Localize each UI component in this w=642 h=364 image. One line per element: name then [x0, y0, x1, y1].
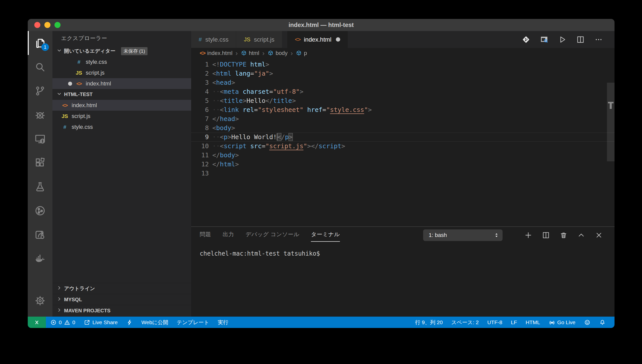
status-live-share[interactable]: Live Share	[79, 317, 122, 328]
maximize-panel-button[interactable]	[577, 231, 585, 239]
unsaved-badge: 未保存 (1)	[121, 47, 148, 55]
status-encoding[interactable]: UTF-8	[483, 317, 507, 328]
terminal-select[interactable]: 1: bash	[423, 229, 503, 241]
tab-index.html[interactable]: <>index.html	[287, 31, 348, 48]
open-preview-button[interactable]	[540, 35, 548, 44]
code-line-10[interactable]: 10··<script src="script.js"></script>	[191, 142, 615, 151]
git-compare-button[interactable]	[522, 35, 530, 44]
section-MAVEN PROJECTS[interactable]: MAVEN PROJECTS	[52, 305, 191, 316]
remote-icon	[34, 319, 40, 326]
modified-dot	[68, 82, 72, 86]
activity-item-explorer[interactable]: 1	[28, 31, 52, 55]
status-publish-web[interactable]: Webに公開	[137, 317, 172, 328]
status-notifications[interactable]	[595, 317, 610, 328]
editor-actions	[522, 31, 615, 48]
line-number: 4	[191, 87, 209, 96]
code-line-13[interactable]: 13	[191, 169, 615, 178]
status-feedback[interactable]	[580, 317, 595, 328]
code-line-8[interactable]: 8<body>	[191, 124, 615, 133]
activity-item-source-control[interactable]	[28, 79, 52, 103]
chevron-down-icon	[56, 48, 62, 54]
panel-tab-出力[interactable]: 出力	[223, 231, 234, 240]
status-template[interactable]: テンプレート	[172, 317, 213, 328]
activity-item-deploy[interactable]	[28, 223, 52, 247]
breadcrumb-item-p[interactable]: p	[296, 50, 307, 56]
status-eol[interactable]: LF	[507, 317, 521, 328]
code-line-11[interactable]: 11</body>	[191, 151, 615, 160]
panel-tab-ターミナル[interactable]: ターミナル	[311, 231, 340, 240]
line-number: 10	[191, 142, 209, 151]
split-editor-button[interactable]	[576, 35, 585, 44]
code-line-4[interactable]: 4··<meta charset="utf-8">	[191, 87, 615, 96]
split-terminal-button[interactable]	[542, 231, 550, 239]
breadcrumb[interactable]: <>index.html›html›body›p	[191, 48, 615, 58]
modified-dot	[336, 37, 340, 42]
code-line-7[interactable]: 7</head>	[191, 114, 615, 124]
code-line-3[interactable]: 3<head>	[191, 78, 615, 87]
status-problems[interactable]: 00	[46, 317, 79, 328]
activity-item-test[interactable]	[28, 175, 52, 199]
desktop: index.html — html-test 1 エクスプローラー 開いているエ…	[0, 0, 642, 364]
section-MYSQL[interactable]: MYSQL	[52, 294, 191, 305]
code-line-5[interactable]: 5··<title>Hello</title>	[191, 96, 615, 105]
run-button[interactable]	[558, 35, 567, 44]
panel-tab-デバッグ コンソール[interactable]: デバッグ コンソール	[246, 231, 299, 240]
file-row-script.js[interactable]: JSscript.js	[52, 111, 191, 122]
panel-actions	[524, 231, 603, 239]
activity-item-extensions[interactable]	[28, 151, 52, 175]
css-file-icon: #	[61, 124, 69, 130]
file-row-style.css[interactable]: #style.css	[52, 122, 191, 132]
tab-label: style.css	[205, 36, 228, 43]
status-language-mode[interactable]: HTML	[521, 317, 544, 328]
panel-tab-問題[interactable]: 問題	[200, 231, 211, 240]
open-editors-header[interactable]: 開いているエディター 未保存 (1)	[52, 46, 191, 56]
activity-item-debug[interactable]	[28, 103, 52, 127]
chevron-down-icon	[56, 91, 62, 98]
gear-icon	[34, 295, 46, 307]
code-line-1[interactable]: 1<!DOCTYPE html>	[191, 60, 615, 69]
file-row-script.js[interactable]: JSscript.js	[52, 67, 191, 78]
code-line-9[interactable]: 9··<p>Hello World!</p>	[191, 133, 615, 142]
breadcrumb-item-body[interactable]: body	[268, 50, 288, 56]
tab-script.js[interactable]: JSscript.js	[236, 31, 282, 48]
file-row-index.html[interactable]: <>index.html	[52, 100, 191, 111]
close-panel-button[interactable]	[595, 231, 603, 239]
activity-item-docker[interactable]	[28, 247, 52, 270]
css-file-icon: #	[199, 36, 202, 43]
activity-item-manage[interactable]	[28, 289, 52, 313]
broadcast-icon	[549, 319, 555, 326]
kill-terminal-button[interactable]	[560, 231, 568, 239]
status-go-live[interactable]: Go Live	[544, 317, 580, 328]
title-bar[interactable]: index.html — html-test	[28, 19, 615, 31]
breadcrumb-item-index.html[interactable]: <>index.html	[200, 50, 232, 56]
html-file-icon: <>	[295, 36, 300, 43]
code-line-2[interactable]: 2<html lang="ja">	[191, 69, 615, 78]
terminal[interactable]: chelchel-mac:html-test tatsuhiko$	[191, 244, 615, 257]
line-content: </head>	[212, 114, 239, 124]
status-indentation[interactable]: スペース: 2	[447, 317, 483, 328]
line-number: 11	[191, 151, 209, 160]
status-run[interactable]: 実行	[214, 317, 233, 328]
file-row-index.html[interactable]: <>index.html	[52, 78, 191, 89]
status-cursor-position[interactable]: 行 9、列 20	[411, 317, 447, 328]
activity-item-live-share[interactable]	[28, 199, 52, 223]
status-boost[interactable]	[122, 317, 137, 328]
remote-indicator[interactable]	[28, 317, 46, 328]
tab-label: index.html	[304, 36, 331, 43]
share-arrow-icon	[34, 229, 46, 240]
breadcrumb-item-html[interactable]: html	[241, 50, 259, 56]
code-line-12[interactable]: 12</html>	[191, 160, 615, 169]
more-actions-button[interactable]	[594, 35, 603, 44]
line-number: 9	[191, 133, 209, 142]
code-line-6[interactable]: 6··<link rel="stylesheet" href="style.cs…	[191, 105, 615, 114]
activity-item-remote-explorer[interactable]	[28, 127, 52, 151]
folder-header[interactable]: HTML-TEST	[52, 89, 191, 100]
tab-style.css[interactable]: #style.css	[191, 31, 236, 48]
code-editor[interactable]: 1<!DOCTYPE html>2<html lang="ja">3<head>…	[191, 58, 615, 226]
section-label: MAVEN PROJECTS	[64, 308, 110, 314]
section-アウトライン[interactable]: アウトライン	[52, 283, 191, 294]
terminal-prompt: chelchel-mac:html-test tatsuhiko$	[200, 250, 320, 257]
activity-item-search[interactable]	[28, 55, 52, 79]
file-row-style.css[interactable]: #style.css	[52, 56, 191, 67]
new-terminal-button[interactable]	[524, 231, 532, 239]
